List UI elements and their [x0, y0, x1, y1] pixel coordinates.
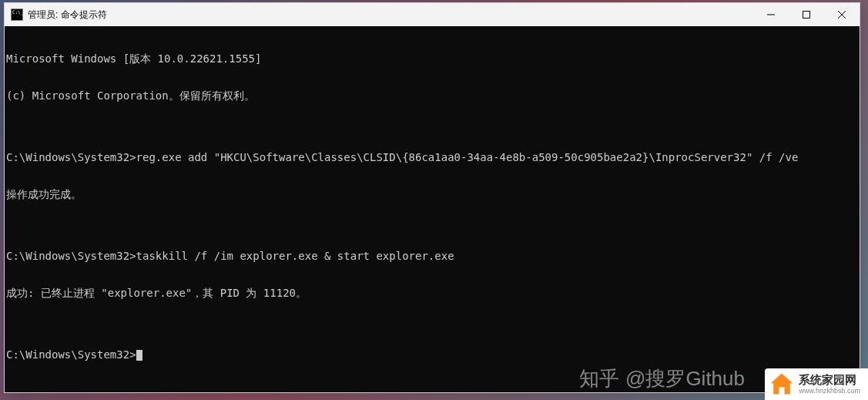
prompt: C:\Windows\System32> [6, 348, 136, 361]
cmd-icon [11, 8, 23, 21]
terminal-current-prompt: C:\Windows\System32> [6, 348, 860, 361]
svg-rect-1 [803, 12, 810, 18]
terminal-command-line: C:\Windows\System32>taskkill /f /im expl… [6, 250, 860, 262]
terminal-output: 操作成功完成。 [6, 188, 860, 200]
close-button[interactable] [824, 3, 860, 26]
prompt: C:\Windows\System32> [6, 151, 136, 163]
terminal-output: Microsoft Windows [版本 10.0.22621.1555] [6, 52, 860, 65]
terminal-area[interactable]: Microsoft Windows [版本 10.0.22621.1555] (… [5, 26, 860, 392]
site-logo-icon [768, 371, 796, 398]
cursor [136, 350, 142, 361]
command-prompt-window: 管理员: 命令提示符 Microsoft Windows [版本 10.0.22… [4, 2, 860, 393]
terminal-command-line: C:\Windows\System32>reg.exe add "HKCU\So… [6, 151, 860, 163]
command-text: taskkill /f /im explorer.exe & start exp… [136, 250, 454, 262]
zhihu-author: @搜罗Github [625, 365, 745, 392]
window-title: 管理员: 命令提示符 [28, 8, 753, 22]
site-url: www.hnzkhbsb.com [799, 387, 860, 395]
window-controls [753, 3, 860, 26]
terminal-output: 成功: 已终止进程 "explorer.exe"，其 PID 为 11120。 [6, 287, 860, 299]
maximize-icon [803, 11, 810, 18]
maximize-button[interactable] [789, 3, 824, 26]
site-name: 系统家园网 [799, 373, 860, 387]
terminal-output: (c) Microsoft Corporation。保留所有权利。 [6, 89, 860, 102]
minimize-button[interactable] [753, 3, 789, 26]
zhihu-text: 知乎 [579, 365, 619, 392]
minimize-icon [767, 11, 775, 18]
command-text: reg.exe add "HKCU\Software\Classes\CLSID… [136, 151, 799, 163]
prompt: C:\Windows\System32> [6, 250, 136, 262]
titlebar[interactable]: 管理员: 命令提示符 [5, 3, 860, 26]
watermark-zhihu: 知乎 @搜罗Github [579, 365, 745, 392]
watermark-site: 系统家园网 www.hnzkhbsb.com [765, 368, 868, 400]
close-icon [838, 11, 846, 18]
